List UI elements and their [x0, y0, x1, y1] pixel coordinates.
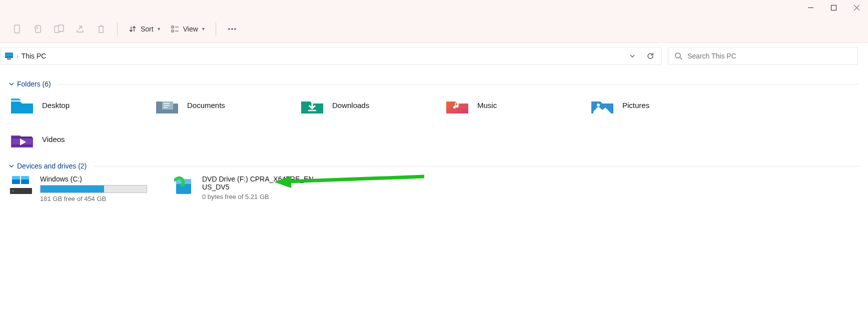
svg-rect-4 [15, 25, 20, 33]
folder-label: Desktop [42, 101, 70, 110]
svg-point-19 [675, 53, 680, 58]
chevron-down-icon [9, 82, 14, 86]
divider [94, 166, 859, 166]
folder-desktop[interactable]: Desktop [9, 93, 149, 117]
svg-rect-18 [7, 58, 11, 60]
folder-pictures[interactable]: Pictures [589, 93, 729, 117]
sort-label: Sort [141, 25, 154, 33]
svg-rect-6 [35, 27, 38, 28]
drive-free-text: 0 bytes free of 5.21 GB [202, 193, 324, 200]
folder-label: Documents [187, 101, 225, 110]
svg-rect-24 [164, 107, 168, 108]
desktop-icon [10, 95, 34, 115]
folder-documents[interactable]: Documents [154, 93, 294, 117]
svg-rect-5 [36, 26, 41, 32]
group-header-folders[interactable]: Folders (6) [9, 80, 859, 88]
address-bar[interactable]: › This PC [0, 47, 662, 65]
more-button[interactable] [222, 19, 242, 39]
svg-rect-9 [172, 26, 174, 28]
delete-button[interactable] [91, 19, 111, 39]
chevron-down-icon: ▾ [202, 26, 205, 32]
svg-point-13 [228, 28, 230, 30]
drives-grid: Windows (C:) 181 GB free of 454 GB DVD D… [9, 175, 859, 202]
drive-dvd[interactable]: DVD Drive (F:) CPRA_X64FRE_EN-US_DV5 0 b… [174, 175, 324, 202]
close-button[interactable] [845, 0, 868, 15]
folders-grid: Desktop Documents Downloads Music Pictur… [9, 93, 859, 151]
local-disk-icon [9, 175, 33, 195]
titlebar [0, 0, 868, 15]
maximize-button[interactable] [822, 0, 845, 15]
copy-button[interactable] [28, 19, 48, 39]
drive-c[interactable]: Windows (C:) 181 GB free of 454 GB [9, 175, 159, 202]
svg-line-20 [680, 58, 682, 60]
divider [58, 84, 859, 84]
share-button[interactable] [70, 19, 90, 39]
folder-label: Downloads [332, 101, 369, 110]
view-label: View [183, 25, 198, 33]
folder-label: Music [477, 101, 497, 110]
history-dropdown[interactable] [626, 50, 638, 62]
new-item-button[interactable] [7, 19, 27, 39]
breadcrumb-current[interactable]: This PC [22, 52, 47, 60]
svg-point-26 [597, 104, 600, 106]
sort-icon [129, 25, 137, 33]
chevron-down-icon [9, 164, 14, 168]
capacity-fill [41, 186, 104, 192]
capacity-bar [40, 185, 147, 193]
view-icon [171, 25, 179, 33]
search-box[interactable] [668, 47, 858, 65]
content-pane: Folders (6) Desktop Documents Downloads [0, 69, 868, 208]
drive-name: Windows (C:) [40, 175, 159, 183]
svg-rect-1 [831, 5, 836, 10]
address-row: › This PC [0, 43, 868, 69]
separator [216, 22, 216, 36]
videos-icon [10, 129, 34, 149]
folder-label: Pictures [622, 101, 649, 110]
svg-rect-17 [5, 56, 13, 58]
toolbar: Sort ▾ View ▾ [0, 15, 868, 43]
svg-point-15 [234, 28, 236, 30]
folder-music[interactable]: Music [444, 93, 584, 117]
breadcrumb-separator: › [17, 53, 19, 59]
group-header-drives[interactable]: Devices and drives (2) [9, 162, 859, 170]
drive-free-text: 181 GB free of 454 GB [40, 195, 159, 202]
downloads-icon [300, 95, 324, 115]
search-icon [674, 52, 682, 60]
svg-point-30 [13, 190, 14, 192]
svg-rect-27 [12, 136, 32, 138]
group-header-label: Devices and drives (2) [17, 162, 87, 170]
group-header-label: Folders (6) [17, 80, 51, 88]
svg-rect-34 [21, 176, 29, 180]
svg-rect-8 [59, 25, 64, 32]
paste-button[interactable] [49, 19, 69, 39]
chevron-down-icon: ▾ [158, 26, 160, 32]
svg-point-14 [231, 28, 233, 30]
minimize-button[interactable] [799, 0, 822, 15]
folder-videos[interactable]: Videos [9, 127, 149, 151]
view-dropdown[interactable]: View ▾ [166, 19, 210, 39]
svg-rect-33 [12, 176, 20, 180]
search-input[interactable] [687, 52, 851, 60]
svg-rect-28 [12, 144, 32, 146]
drive-name: DVD Drive (F:) CPRA_X64FRE_EN-US_DV5 [202, 175, 324, 191]
sort-dropdown[interactable]: Sort ▾ [124, 19, 165, 39]
music-icon [445, 95, 469, 115]
dvd-drive-icon [174, 175, 195, 195]
separator [117, 22, 118, 36]
svg-rect-10 [172, 30, 174, 32]
folder-label: Videos [42, 135, 65, 144]
refresh-button[interactable] [641, 49, 659, 63]
pictures-icon [590, 95, 614, 115]
svg-rect-23 [164, 105, 170, 106]
thispc-icon [5, 52, 14, 60]
documents-icon [155, 95, 179, 115]
folder-downloads[interactable]: Downloads [299, 93, 439, 117]
svg-rect-22 [164, 103, 170, 104]
